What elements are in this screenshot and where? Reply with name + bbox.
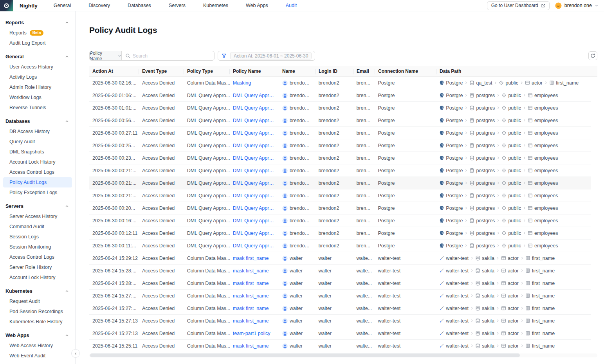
column-header-action-at[interactable]: Action At [89,66,139,76]
sidebar-item-web-access-history[interactable]: Web Access History [3,341,72,351]
policy-name-link[interactable]: mask first_name [233,268,269,274]
column-header-data-path[interactable]: Data Path [436,66,597,76]
column-header-policy-name[interactable]: Policy Name [230,66,279,76]
sidebar-section-header-databases[interactable]: Databases [0,116,75,126]
sidebar-collapse-button[interactable] [71,349,80,358]
sidebar-item-workflow-logs[interactable]: Workflow Logs [3,92,72,103]
sidebar-item-account-lock-history[interactable]: Account Lock History [3,272,72,283]
policy-name-link[interactable]: DML Query Appro... [233,205,276,211]
sidebar-item-command-audit[interactable]: Command Audit [3,222,72,232]
table-row[interactable]: 2025-06-30 01:01:... Access Denied DML Q… [89,102,591,114]
sidebar-item-server-role-history[interactable]: Server Role History [3,262,72,272]
nav-item-databases[interactable]: Databases [128,3,151,8]
column-header-event-type[interactable]: Event Type [139,66,184,76]
policy-name-link[interactable]: DML Query Appro... [233,218,276,223]
column-header-login-id[interactable]: Login ID [316,66,353,76]
policy-name-link[interactable]: mask first_name [233,343,269,349]
sidebar-item-activity-logs[interactable]: Activity Logs [3,72,72,82]
table-row[interactable]: 2025-06-24 15:27:... Access Denied Colum… [89,290,591,302]
sidebar-item-web-event-audit[interactable]: Web Event Audit [3,351,72,361]
sidebar-item-session-logs[interactable]: Session Logs [3,232,72,242]
sidebar-item-reports[interactable]: Reports Beta [3,28,72,38]
nav-item-web-apps[interactable]: Web Apps [246,3,268,8]
table-row[interactable]: 2025-06-30 00:21:... Access Denied DML Q… [89,177,591,189]
sidebar-item-server-access-history[interactable]: Server Access History [3,211,72,222]
column-header-email[interactable]: Email [353,66,375,76]
table-row[interactable]: 2025-06-24 15:29:12 Access Denied Column… [89,252,591,265]
table-row[interactable]: 2025-06-30 00:11:... Access Denied DML Q… [89,240,591,252]
sidebar-section-header-web-apps[interactable]: Web Apps [0,330,75,341]
sidebar-item-session-monitoring[interactable]: Session Monitoring [3,242,72,252]
nav-item-audit[interactable]: Audit [286,3,297,8]
table-row[interactable]: 2025-06-24 15:28:... Access Denied Colum… [89,277,591,290]
table-row[interactable]: 2025-06-24 15:28:... Access Denied Colum… [89,265,591,277]
nav-item-kubernetes[interactable]: Kubernetes [203,3,228,8]
policy-name-link[interactable]: mask first_name [233,306,269,311]
policy-name-link[interactable]: mask first_name [233,256,269,261]
sidebar-item-db-access-history[interactable]: DB Access History [3,126,72,137]
sidebar-item-audit-log-export[interactable]: Audit Log Export [3,38,72,48]
go-to-user-dashboard-button[interactable]: Go to User Dashboard [487,1,550,10]
policy-name-link[interactable]: DML Query Appro... [233,231,276,236]
sidebar-item-policy-exception-logs[interactable]: Policy Exception Logs [3,187,72,198]
sidebar-item-pod-session-recordings[interactable]: Pod Session Recordings [3,306,72,317]
sidebar-section-header-reports[interactable]: Reports [0,18,75,28]
search-input[interactable] [133,53,211,59]
policy-name-link[interactable]: DML Query Appro... [233,243,276,249]
policy-name-link[interactable]: DML Query Appro... [233,193,276,198]
horizontal-scrollbar-thumb[interactable] [90,353,520,357]
sidebar-item-user-access-history[interactable]: User Access History [3,62,72,72]
table-row[interactable]: 2025-06-24 15:27:13 Access Denied Column… [89,315,591,327]
table-row[interactable]: 2025-06-30 00:56... Access Denied DML Qu… [89,114,591,127]
column-header-policy-type[interactable]: Policy Type [184,66,230,76]
table-row[interactable]: 2025-06-24 15:27:... Access Denied Colum… [89,302,591,315]
policy-name-link[interactable]: DML Query Appro... [233,143,276,148]
policy-name-link[interactable]: DML Query Appro... [233,105,276,111]
date-range-filter-tag[interactable]: Action At: 2025-06-01 ~ 2025-06-30 [230,52,312,59]
policy-name-link[interactable]: DML Query Appro... [233,180,276,186]
policy-name-link[interactable]: mask first_name [233,281,269,286]
table-row[interactable]: 2025-06-30 00:12:11 Access Denied DML Qu… [89,227,591,240]
sidebar-section-header-general[interactable]: General [0,52,75,62]
sidebar-item-request-audit[interactable]: Request Audit [3,296,72,306]
column-header-name[interactable]: Name [279,66,316,76]
nav-item-discovery[interactable]: Discovery [88,3,110,8]
table-row[interactable]: 2025-06-30 00:27:11 Access Denied DML Qu… [89,127,591,139]
policy-name-link[interactable]: mask first_name [233,318,269,324]
sidebar-item-policy-audit-logs[interactable]: Policy Audit Logs [3,177,72,187]
sidebar-item-access-control-logs[interactable]: Access Control Logs [3,252,72,262]
policy-name-link[interactable]: DML Query Appro... [233,118,276,123]
user-menu[interactable]: brendon one [555,2,599,9]
table-row[interactable]: 2025-06-30 00:20... Access Denied DML Qu… [89,202,591,214]
sidebar-item-admin-role-history[interactable]: Admin Role History [3,82,72,92]
table-row[interactable]: 2025-06-30 00:21:... Access Denied DML Q… [89,164,591,177]
nav-item-servers[interactable]: Servers [169,3,186,8]
funnel-icon[interactable] [222,53,227,58]
policy-name-link[interactable]: team-part1 policy [233,331,270,336]
sidebar-item-reverse-tunnels[interactable]: Reverse Tunnels [3,103,72,113]
sidebar-item-account-lock-history[interactable]: Account Lock History [3,157,72,167]
column-header-connection-name[interactable]: Connection Name [375,66,436,76]
sidebar-section-header-servers[interactable]: Servers [0,201,75,211]
policy-name-link[interactable]: DML Query Appro... [233,130,276,136]
policy-name-link[interactable]: DML Query Appro... [233,155,276,161]
sidebar-item-dml-snapshots[interactable]: DML Snapshots [3,147,72,157]
table-row[interactable]: 2025-06-30 02:16:... Access Denied Colum… [89,77,591,89]
refresh-button[interactable] [588,51,597,60]
table-row[interactable]: 2025-06-24 15:25:11 Access Denied Column… [89,340,591,352]
nav-item-general[interactable]: General [54,3,71,8]
sidebar-section-header-kubernetes[interactable]: Kubernetes [0,286,75,296]
table-row[interactable]: 2025-06-24 15:27:13 Access Denied Column… [89,327,591,340]
sidebar-item-access-control-logs[interactable]: Access Control Logs [3,167,72,177]
policy-name-link[interactable]: DML Query Appro... [233,93,276,98]
policy-name-link[interactable]: Masking [233,80,251,86]
table-row[interactable]: 2025-06-30 00:23... Access Denied DML Qu… [89,152,591,164]
sidebar-item-query-audit[interactable]: Query Audit [3,137,72,147]
table-row[interactable]: 2025-06-30 00:16:... Access Denied DML Q… [89,214,591,227]
policy-name-link[interactable]: mask first_name [233,293,269,299]
sidebar-item-kubernetes-role-history[interactable]: Kubernetes Role History [3,317,72,327]
policy-name-link[interactable]: DML Query Appro... [233,168,276,173]
table-row[interactable]: 2025-06-30 00:25... Access Denied DML Qu… [89,139,591,152]
app-logo[interactable] [0,0,13,11]
table-row[interactable]: 2025-06-30 01:06:... Access Denied DML Q… [89,89,591,102]
